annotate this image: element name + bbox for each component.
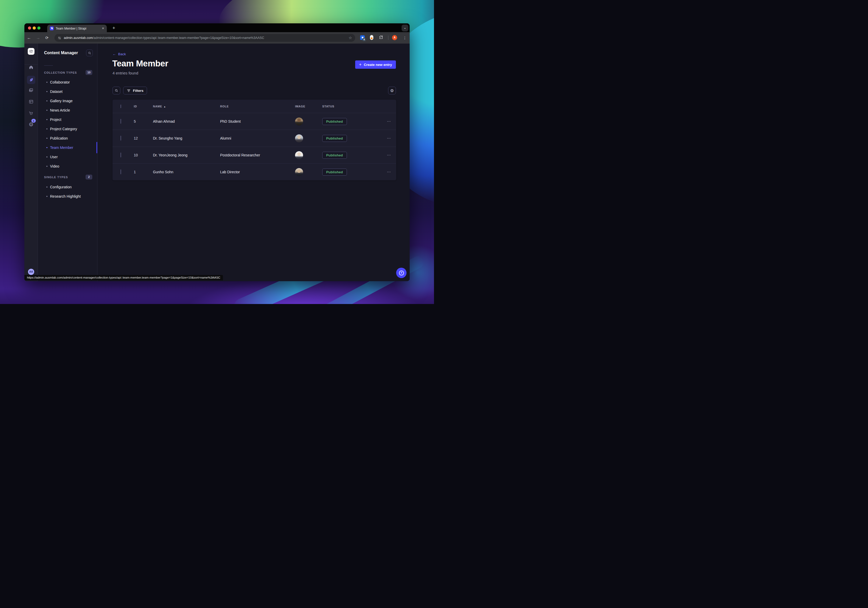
table-row[interactable]: 5 Afnan Ahmad PhD Student Published ⋯ [113,113,396,130]
bullet-icon [46,110,47,111]
table-row[interactable]: 10 Dr. YeonJeong Jeong Postdoctoral Rese… [113,146,396,163]
member-photo [295,134,303,142]
site-settings-icon[interactable] [57,36,62,40]
select-all-checkbox[interactable] [121,104,121,108]
cell-name: Afnan Ahmad [153,119,220,123]
strapi-admin: ⚙ 1 AA Content Manager COLLECTION TYPES … [24,44,410,281]
bullet-icon [46,119,47,120]
home-icon[interactable] [27,63,35,72]
sidebar-title: Content Manager [44,51,78,55]
status-badge: Published [322,135,347,142]
table-row[interactable]: 1 Gunho Sohn Lab Director Published ⋯ [113,163,396,180]
bullet-icon [46,166,47,167]
bullet-icon [46,187,47,188]
col-id[interactable]: ID [134,105,153,108]
tab-search-chevron-icon[interactable]: ⌄ [401,25,408,31]
cell-role: Alumni [220,136,295,140]
sidebar-item-user[interactable]: User [38,152,97,162]
sidebar-item-project[interactable]: Project [38,115,97,124]
help-button[interactable]: ? [396,268,406,278]
sidebar-item-publication[interactable]: Publication [38,134,97,143]
col-role[interactable]: ROLE [220,105,295,108]
table-row[interactable]: 12 Dr. Seungho Yang Alumni Published ⋯ [113,130,396,146]
close-window-button[interactable] [28,26,31,30]
cell-name: Dr. YeonJeong Jeong [153,153,220,157]
entries-table: ID NAME▲ ROLE IMAGE STATUS 5 Afnan Ahmad… [113,100,396,180]
collection-types-header: COLLECTION TYPES [44,71,77,74]
browser-toolbar: ← → ⟳ admin.ausmlab.com/admin/content-ma… [24,32,410,44]
minimize-window-button[interactable] [33,26,36,30]
sidebar-item-project-category[interactable]: Project Category [38,124,97,134]
browser-tab[interactable]: Team Member | Strapi ✕ [47,25,107,32]
row-actions-icon[interactable]: ⋯ [375,119,391,124]
bullet-icon [46,91,47,92]
content-manager-feather-icon[interactable] [27,76,35,84]
search-button[interactable] [113,87,120,95]
content-type-builder-icon[interactable] [27,98,35,106]
sidebar-item-collaborator[interactable]: Collaborator [38,78,97,87]
cell-name: Dr. Seungho Yang [153,136,220,140]
cell-role: PhD Student [220,119,295,123]
back-link[interactable]: ← Back [113,52,126,56]
sidebar-item-video[interactable]: Video [38,162,97,171]
col-image: IMAGE [295,105,322,108]
extension-icon[interactable] [370,35,374,40]
back-icon[interactable]: ← [25,34,33,42]
sidebar-item-team-member[interactable]: Team Member [38,143,97,152]
browser-window: Team Member | Strapi ✕ + ⌄ ← → ⟳ admin.a… [24,23,410,281]
sidebar-item-research-highlight[interactable]: Research Highlight [38,192,97,201]
question-mark-icon: ? [399,271,404,275]
row-actions-icon[interactable]: ⋯ [375,136,391,141]
row-actions-icon[interactable]: ⋯ [375,169,391,174]
row-checkbox[interactable] [121,152,121,157]
bullet-icon [46,147,47,148]
user-avatar[interactable]: AA [28,269,34,275]
row-checkbox[interactable] [121,169,121,174]
single-types-count-badge: 2 [85,174,92,179]
active-indicator [96,142,97,153]
cell-id: 10 [134,153,153,157]
bullet-icon [46,100,47,101]
bookmark-star-icon[interactable]: ☆ [349,36,352,40]
member-photo [295,151,303,159]
main-nav-rail: ⚙ 1 AA [24,44,38,281]
collection-types-count-badge: 10 [85,70,92,75]
marketplace-cart-icon[interactable] [27,109,35,118]
reload-icon[interactable]: ⟳ [43,34,51,42]
filter-lines-icon [127,89,131,92]
tab-close-icon[interactable]: ✕ [102,27,104,30]
cell-id: 12 [134,136,153,140]
forward-icon: → [34,34,42,42]
view-settings-button[interactable]: ⚙ [388,87,396,95]
address-bar[interactable]: admin.ausmlab.com/admin/content-manager/… [54,34,355,42]
create-new-entry-button[interactable]: + Create new entry [355,61,396,69]
new-tab-button[interactable]: + [110,25,118,32]
member-photo [295,168,303,176]
zoom-window-button[interactable] [37,26,40,30]
sidebar-item-configuration[interactable]: Configuration [38,182,97,192]
col-name[interactable]: NAME▲ [153,105,220,108]
sidebar-search-button[interactable] [86,50,93,56]
cell-name: Gunho Sohn [153,170,220,174]
tab-strip: Team Member | Strapi ✕ + ⌄ [24,23,410,32]
filters-button[interactable]: Filters [123,87,147,95]
bullet-icon [46,196,47,197]
row-actions-icon[interactable]: ⋯ [375,153,391,157]
url-text: admin.ausmlab.com/admin/content-manager/… [64,36,346,40]
single-types-header: SINGLE TYPES [44,176,68,179]
sidebar-item-news-article[interactable]: News Article [38,106,97,115]
row-checkbox[interactable] [121,136,121,141]
browser-profile-avatar[interactable]: A [392,35,397,40]
extensions-puzzle-icon[interactable] [379,35,383,39]
row-checkbox[interactable] [121,119,121,124]
sidebar-item-gallery-image[interactable]: Gallery Image [38,96,97,106]
media-library-icon[interactable] [27,86,35,95]
workspace-logo-icon[interactable] [28,48,34,55]
extension-badge: 5 [363,38,366,41]
tab-title: Team Member | Strapi [56,27,100,30]
sort-asc-icon: ▲ [164,106,166,108]
page-title: Team Member [112,59,168,68]
browser-menu-icon[interactable]: ⋮ [401,34,408,42]
sidebar-item-dataset[interactable]: Dataset [38,87,97,96]
cell-id: 1 [134,170,153,174]
